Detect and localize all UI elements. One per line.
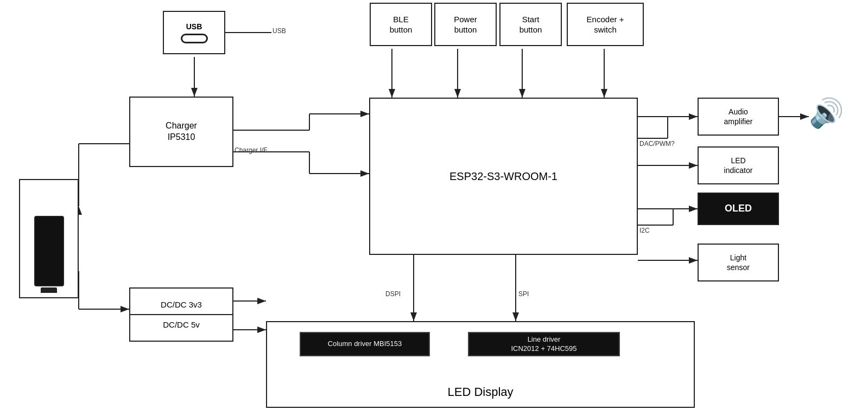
i2c-label: I2C bbox=[639, 227, 650, 234]
dcdc-5v-label: DC/DC 5v bbox=[163, 319, 200, 330]
charger-label: Charger bbox=[166, 120, 197, 132]
encoder-switch-block: Encoder + switch bbox=[567, 3, 644, 46]
oled-block: OLED bbox=[698, 193, 779, 225]
line-driver-block: Line driver ICN2012 + 74HC595 bbox=[468, 332, 620, 356]
led-indicator-label: LED indicator bbox=[724, 156, 753, 175]
encoder-switch-label: Encoder + switch bbox=[587, 14, 624, 35]
esp32-block: ESP32-S3-WROOM-1 bbox=[369, 98, 638, 255]
power-button-block: Power button bbox=[434, 3, 497, 46]
charger-sublabel: IP5310 bbox=[168, 132, 195, 143]
led-indicator-block: LED indicator bbox=[698, 146, 779, 184]
esp32-label: ESP32-S3-WROOM-1 bbox=[449, 169, 557, 183]
dspi-label: DSPI bbox=[385, 290, 401, 298]
audio-amp-block: Audio amplifier bbox=[698, 98, 779, 136]
ble-button-block: BLE button bbox=[370, 3, 432, 46]
spi-label: SPI bbox=[518, 290, 529, 298]
battery-block bbox=[19, 179, 79, 298]
oled-label: OLED bbox=[725, 202, 752, 215]
led-display-block: Column driver MBI5153 Line driver ICN201… bbox=[266, 321, 695, 408]
dcdc-divider bbox=[130, 314, 232, 315]
usb-icon bbox=[181, 34, 208, 43]
power-button-label: Power button bbox=[454, 14, 477, 35]
dcdc-block: DC/DC 3v3 DC/DC 5v bbox=[129, 287, 233, 342]
column-driver-container: Column driver MBI5153 bbox=[300, 332, 430, 356]
speaker-icon: 🔊 bbox=[809, 99, 844, 127]
charger-if-label: Charger I/F bbox=[235, 146, 268, 154]
charger-block: Charger IP5310 bbox=[129, 97, 233, 167]
light-sensor-block: Light sensor bbox=[698, 244, 779, 281]
ble-button-label: BLE button bbox=[390, 14, 413, 35]
dcdc-3v3-label: DC/DC 3v3 bbox=[161, 299, 202, 310]
usb-line-label: USB bbox=[273, 27, 286, 35]
column-driver-label: Column driver MBI5153 bbox=[328, 340, 402, 349]
audio-amp-label: Audio amplifier bbox=[724, 107, 753, 126]
column-driver-block: Column driver MBI5153 bbox=[300, 332, 430, 356]
line-driver-label: Line driver ICN2012 + 74HC595 bbox=[511, 335, 576, 354]
dac-pwm-label: DAC/PWM? bbox=[639, 140, 675, 148]
start-button-label: Start button bbox=[519, 14, 542, 35]
battery-top bbox=[41, 287, 57, 293]
led-display-label: LED Display bbox=[447, 385, 513, 400]
battery-fill bbox=[34, 216, 64, 286]
usb-connector-label: USB bbox=[186, 22, 202, 31]
light-sensor-label: Light sensor bbox=[727, 253, 750, 272]
usb-connector-block: USB bbox=[163, 11, 225, 54]
start-button-block: Start button bbox=[499, 3, 562, 46]
